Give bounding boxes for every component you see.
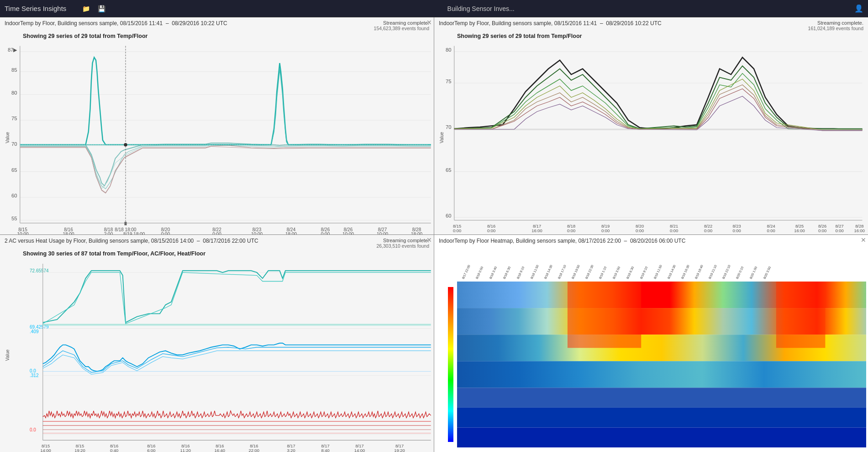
titlebar-center-text: Building Sensor Inves... [107,5,854,12]
svg-text:16:00: 16:00 [854,229,865,233]
panel-tr-chart: Value 80 75 70 65 60 [434,40,868,234]
panel-bl-header: 2 AC versus Heat Usage by Floor, Buildin… [0,235,434,250]
svg-text:11:20: 11:20 [180,448,191,452]
svg-text:8/20 3:50: 8/20 3:50 [763,266,772,280]
svg-text:8/18 9:10: 8/18 9:10 [516,266,525,280]
svg-text:8/22: 8/22 [704,224,712,229]
panel-br-title: IndoorTemp by Floor Heatmap, Building se… [439,238,685,244]
svg-text:0:40: 0:40 [110,448,118,452]
svg-text:8/16: 8/16 [487,224,495,229]
svg-text:3:20: 3:20 [287,448,295,452]
svg-text:8/19 18:00: 8/19 18:00 [123,232,145,234]
svg-text:8/18 19:50: 8/18 19:50 [571,264,580,279]
panel-tr-status: Streaming complete. 161,024,189 events f… [808,20,863,31]
svg-text:60: 60 [11,193,17,198]
svg-text:18:00: 18:00 [411,232,422,234]
svg-text:8/18 3:40: 8/18 3:40 [489,266,498,280]
svg-text:.312: .312 [30,373,39,378]
panel-tl-chart: Value 87▶ 85 80 75 70 65 60 55 [0,40,434,234]
svg-text:8/19: 8/19 [601,224,610,229]
close-panel-tl[interactable]: ✕ [426,19,432,26]
svg-text:8/19 22:10: 8/19 22:10 [722,264,731,279]
heatmap-xticks-svg: 8/17 22:00 8/18 0:50 8/18 3:40 8/18 6:30… [457,245,866,282]
svg-point-43 [124,143,127,147]
svg-text:6:00: 6:00 [147,448,155,452]
svg-text:75: 75 [446,79,452,84]
titlebar-icons: 📁 💾 [80,3,107,15]
svg-text:8/23: 8/23 [732,224,741,229]
svg-text:8/25: 8/25 [795,224,804,229]
close-panel-bl[interactable]: ✕ [426,237,432,243]
svg-rect-147 [457,408,866,428]
heatmap-svg [457,282,866,447]
panel-tl-title: IndoorTemp by Floor, Building sensors sa… [5,20,227,27]
svg-text:22:00: 22:00 [249,448,259,452]
panel-bl-ylabel: Value [5,349,10,361]
svg-text:87▶: 87▶ [8,47,18,53]
svg-text:16:40: 16:40 [215,448,225,452]
user-icon: 👤 [854,4,863,13]
svg-text:8/18 6:30: 8/18 6:30 [503,266,511,280]
svg-text:19:20: 19:20 [394,448,405,452]
panel-tr-subtitle: Showing 29 series of 29 total from Temp/… [434,32,868,40]
svg-text:.409: .409 [30,329,39,334]
panel-bottom-left: ✕ 2 AC versus Heat Usage by Floor, Build… [0,235,434,452]
panel-tr-title: IndoorTemp by Floor, Building sensors sa… [439,20,662,27]
svg-text:0.0: 0.0 [30,427,36,432]
svg-rect-148 [457,427,866,447]
svg-text:8/20: 8/20 [636,224,644,229]
panel-tl-status: Streaming complete. 154,623,389 events f… [374,20,429,31]
svg-text:0:00: 0:00 [161,232,170,234]
panel-br-header: IndoorTemp by Floor Heatmap, Building se… [434,235,868,245]
svg-text:8/18 11:50: 8/18 11:50 [530,264,539,279]
panel-tl-ylabel: Value [5,132,10,143]
svg-text:8/18 0:50: 8/18 0:50 [475,266,484,280]
panel-bl-title: 2 AC versus Heat Usage by Floor, Buildin… [5,238,258,244]
svg-text:8/18 14:30: 8/18 14:30 [544,264,553,279]
svg-text:8/24: 8/24 [767,224,775,229]
svg-text:14:00: 14:00 [40,448,51,452]
panel-bl-status: Streaming complete. 26,303,510 events fo… [376,238,429,249]
svg-text:19:20: 19:20 [74,448,85,452]
svg-text:16:00: 16:00 [794,229,805,233]
app-title: Time Series Insights [5,5,66,12]
svg-text:80: 80 [446,47,452,53]
svg-text:0:00: 0:00 [818,229,826,233]
panel-bottom-right: ✕ IndoorTemp by Floor Heatmap, Building … [434,235,868,452]
save-icon[interactable]: 💾 [95,3,107,15]
svg-text:8/18 22:30: 8/18 22:30 [585,264,594,279]
svg-text:8/18: 8/18 [567,224,575,229]
folder-icon[interactable]: 📁 [80,3,92,15]
svg-text:14:00: 14:00 [354,448,365,452]
svg-rect-149 [568,282,641,348]
svg-text:80: 80 [11,90,17,96]
titlebar: Time Series Insights 📁 💾 Building Sensor… [0,0,868,17]
svg-text:0:00: 0:00 [704,229,712,233]
svg-rect-150 [776,282,826,348]
svg-text:8/19 21:10: 8/19 21:10 [708,264,717,279]
svg-rect-146 [457,388,866,408]
panel-tr-svg: 80 75 70 65 60 [434,40,868,234]
panel-bl-chart: Value 72.65574 69.42579 .409 0.0 .312 0.… [0,258,434,452]
svg-text:8/26: 8/26 [818,224,826,229]
svg-text:8/20 0:10: 8/20 0:10 [736,266,744,280]
svg-text:0:00: 0:00 [212,232,221,234]
panel-bl-subtitle: Showing 30 series of 87 total from Temp/… [0,250,434,258]
svg-text:60: 60 [446,213,452,218]
panel-tr-header: IndoorTemp by Floor, Building sensors sa… [434,17,868,32]
svg-text:8/28: 8/28 [855,224,863,229]
svg-text:10:00: 10:00 [251,232,263,234]
panel-top-right: IndoorTemp by Floor, Building sensors sa… [434,17,868,234]
panel-tl-svg: 87▶ 85 80 75 70 65 60 55 [0,40,434,234]
svg-text:8/15: 8/15 [453,224,461,229]
svg-text:8/19 14:30: 8/19 14:30 [667,264,676,279]
panel-bl-svg: 72.65574 69.42579 .409 0.0 .312 0.0 [0,258,434,452]
svg-text:18:00: 18:00 [285,232,297,234]
svg-text:8/19 16:30: 8/19 16:30 [681,264,690,279]
svg-text:8/17 22:00: 8/17 22:00 [462,264,471,279]
svg-text:8/19 18:40: 8/19 18:40 [694,264,704,279]
svg-text:0:00: 0:00 [670,229,678,233]
svg-rect-145 [457,361,866,388]
svg-text:0:00: 0:00 [453,229,461,233]
close-panel-br[interactable]: ✕ [861,237,866,243]
